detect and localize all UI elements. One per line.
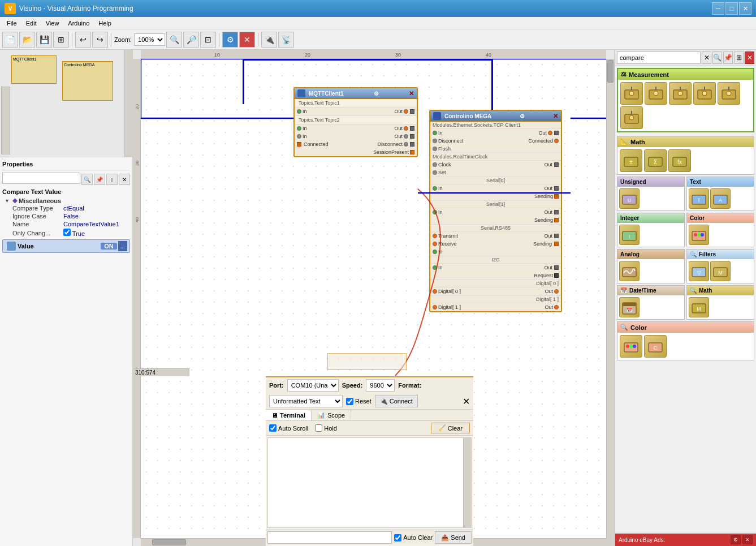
ctrl-i2c-in-pin[interactable] [433, 265, 437, 270]
serial-close-button[interactable]: ✕ [463, 396, 470, 407]
math2-icon-1[interactable]: M [689, 297, 709, 317]
color-header[interactable]: Color [687, 213, 754, 223]
mqtt-out-connector[interactable] [410, 134, 414, 139]
mqtt-connected-left[interactable] [297, 142, 301, 147]
math-icon-1[interactable]: ± [620, 149, 642, 172]
properties-search-input[interactable] [2, 173, 80, 184]
menu-file[interactable]: File [2, 19, 21, 28]
zoom-select[interactable]: 50% 75% 100% 125% 150% 200% [134, 33, 165, 46]
ctrl-clock-out[interactable] [554, 162, 559, 167]
grid-button[interactable]: ⊞ [53, 32, 69, 48]
canvas-scroll-v[interactable] [606, 59, 614, 538]
board-button[interactable]: 🔌 [261, 32, 277, 48]
ctrl-eth-connected-pin[interactable] [554, 139, 559, 143]
tab-terminal[interactable]: 🖥 Terminal [266, 410, 312, 420]
speed-select[interactable]: 9600 [366, 379, 395, 392]
ctrl-d1-in-pin[interactable] [433, 305, 437, 309]
ctrl-s1-out[interactable] [554, 210, 559, 214]
clear-button[interactable]: 🧹 Clear [431, 423, 470, 433]
mqtt-t1-in-pin[interactable] [297, 109, 301, 114]
color2-icon-2[interactable]: C [644, 335, 667, 358]
analog-icon-1[interactable] [619, 261, 640, 281]
ctrl-s1-in-pin[interactable] [433, 210, 437, 214]
integer-header[interactable]: Integer [617, 213, 684, 223]
ctrl-request-pin[interactable] [554, 273, 559, 278]
ctrl-transmit-pin[interactable] [433, 234, 437, 238]
ctrl-eth-out-conn[interactable] [554, 131, 559, 135]
terminal-scroll[interactable] [463, 438, 471, 527]
measurement-icon-3[interactable] [669, 82, 692, 105]
menu-view[interactable]: View [41, 19, 64, 28]
math-icon-3[interactable]: fx [668, 149, 691, 172]
ctrl-s1-sending-pin[interactable] [554, 218, 559, 222]
zoom-fit-button[interactable]: ⊡ [200, 32, 216, 48]
mqtt-session-pin[interactable] [410, 150, 414, 154]
mqtt-close[interactable]: ✕ [409, 90, 414, 97]
maximize-button[interactable]: □ [725, 2, 738, 15]
text-icon-1[interactable]: T [689, 188, 709, 209]
terminal-area[interactable] [267, 437, 472, 528]
unsigned-header[interactable]: Unsigned [617, 177, 684, 187]
search-clear-btn[interactable]: ✕ [702, 51, 711, 64]
ctrl-set-pin[interactable] [433, 170, 437, 175]
compile-button[interactable]: ⚙ [222, 32, 238, 48]
datetime-header[interactable]: 📅 Date/Time [617, 286, 684, 295]
expand-icon[interactable]: ▼ [5, 198, 10, 204]
mqtt-block[interactable]: MQTTClient1 ⚙ ✕ Topics.Text Topic1 In [293, 87, 418, 157]
save-button[interactable]: 💾 [36, 32, 52, 48]
text-header[interactable]: Text [687, 177, 754, 187]
send-button[interactable]: 📤 Send [435, 531, 472, 544]
search-close-btn[interactable]: ✕ [745, 51, 754, 64]
undo-button[interactable]: ↩ [75, 32, 91, 48]
mqtt-settings[interactable]: ⚙ [374, 91, 379, 97]
mqtt-in-pin[interactable] [297, 134, 301, 139]
new-button[interactable]: 📄 [2, 32, 18, 48]
ctrl-receive-sending-pin[interactable] [554, 242, 559, 246]
math2-header[interactable]: 🔍 Math [687, 286, 754, 295]
preview-scroll[interactable] [124, 50, 132, 157]
unsigned-icon-1[interactable]: U [619, 188, 640, 209]
filters-header[interactable]: 🔍 Filters [687, 250, 754, 259]
minimize-button[interactable]: ─ [712, 2, 724, 15]
ctrl-in-pin[interactable] [433, 250, 437, 254]
ctrl-flush-pin[interactable] [433, 147, 437, 151]
mqtt-t2-out-connector[interactable] [410, 126, 414, 131]
mqtt-t1-out-connector[interactable] [410, 109, 414, 114]
stop-button[interactable]: ✕ [239, 32, 255, 48]
value-edit-btn[interactable]: ... [118, 241, 127, 251]
measurement-icon-4[interactable] [693, 82, 716, 105]
props-search-btn4[interactable]: ✕ [119, 174, 130, 185]
ctrl-rs485-out[interactable] [554, 234, 559, 238]
filters-icon-1[interactable]: ▽ [689, 261, 709, 281]
ctrl-i2c-out[interactable] [554, 265, 559, 270]
ebay-settings-btn[interactable]: ⚙ [731, 535, 741, 544]
mqtt-out-pin[interactable] [404, 134, 408, 139]
zoom-in-button[interactable]: 🔎 [183, 32, 199, 48]
mqtt-t2-out-pin[interactable] [404, 126, 408, 131]
auto-clear-checkbox[interactable] [394, 534, 401, 541]
ctrl-eth-out-pin[interactable] [548, 131, 552, 135]
component-search-input[interactable] [617, 51, 701, 64]
ebay-close-btn[interactable]: ✕ [742, 535, 753, 544]
math-header[interactable]: 📐 Math [617, 136, 754, 147]
v-scroll-thumb[interactable] [607, 60, 614, 83]
ctrl-d0-in-pin[interactable] [433, 289, 437, 294]
menu-arduino[interactable]: Arduino [63, 19, 94, 28]
color-icon-1[interactable] [689, 225, 709, 245]
only-change-checkbox[interactable] [63, 229, 71, 236]
tab-scope[interactable]: 📊 Scope [312, 410, 351, 420]
ctrl-receive-pin[interactable] [433, 242, 437, 246]
redo-button[interactable]: ↪ [92, 32, 108, 48]
text-icon-2[interactable]: A [710, 188, 731, 209]
controlino-settings[interactable]: ⚙ [520, 113, 525, 119]
props-search-btn2[interactable]: 📌 [94, 174, 105, 185]
mqtt-t2-in-pin[interactable] [297, 126, 301, 131]
hold-checkbox[interactable] [315, 424, 322, 432]
filters-math-icon[interactable]: M [710, 261, 731, 281]
color2-icon-1[interactable] [620, 335, 642, 358]
zoom-out-button[interactable]: 🔍 [166, 32, 182, 48]
math-icon-2[interactable]: Σ [644, 149, 667, 172]
search-expand-btn[interactable]: ⊞ [734, 51, 744, 64]
ctrl-s0-out[interactable] [554, 186, 559, 191]
measurement-icon-2[interactable] [645, 82, 667, 105]
